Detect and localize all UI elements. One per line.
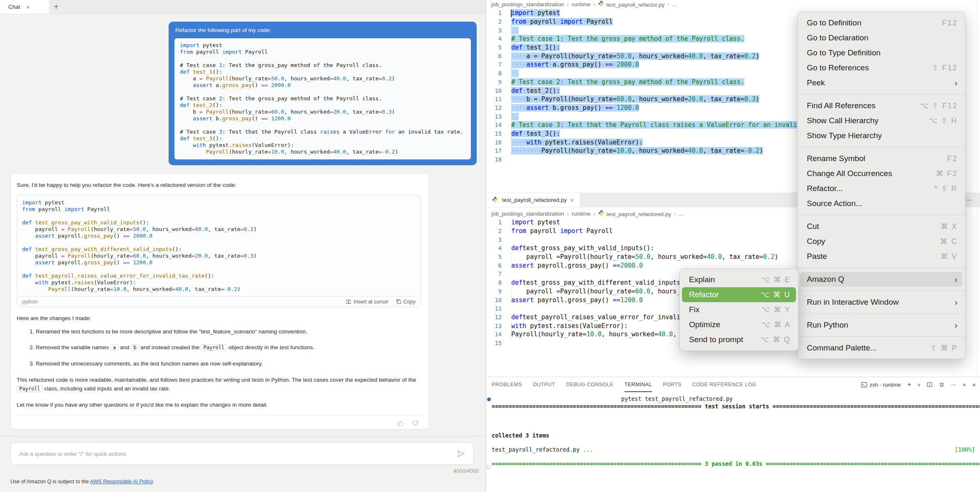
submenu-arrow-icon: ›: [955, 297, 958, 307]
menu-item-copy[interactable]: Copy⌘ C: [798, 234, 965, 249]
terminal-session-label[interactable]: zsh - runtime: [861, 382, 901, 388]
code-line: def test_payroll_raises_value_error_for_…: [22, 273, 415, 279]
submenu-item-explain[interactable]: Explain⌥ ⌘ E: [682, 272, 796, 287]
terminal-icon: [861, 382, 867, 388]
kill-terminal-icon[interactable]: [939, 382, 945, 388]
submenu-item-optimize[interactable]: Optimize⌥ ⌘ A: [682, 317, 796, 332]
launch-profile-chevron-icon[interactable]: ∨: [918, 383, 920, 387]
line-number: 5: [486, 44, 505, 51]
copy-icon: [396, 299, 401, 304]
menu-item-cut[interactable]: Cut⌘ X: [798, 219, 965, 234]
chat-tab[interactable]: Chat ×: [0, 0, 49, 14]
code-line: with pytest.raises(ValueError):: [22, 279, 415, 286]
thumbs-up-button[interactable]: [397, 420, 405, 427]
breadcrumb-item[interactable]: runtime: [572, 211, 590, 217]
menu-item-find-all-references[interactable]: Find All References⌥ ⇧ F12: [798, 98, 965, 113]
menu-item-run-python[interactable]: Run Python›: [798, 318, 965, 333]
vscode-window: Chat × + Refactor the following part of …: [0, 0, 980, 492]
code-line: a = Payroll(hourly_rate=50.0, hours_work…: [180, 75, 465, 82]
menu-item-run-in-interactive-window[interactable]: Run in Interactive Window›: [798, 295, 965, 310]
menu-item-refactor[interactable]: Refactor...^ ⇧ R: [798, 181, 965, 196]
menu-item-amazon-q[interactable]: Amazon Q›: [800, 272, 963, 287]
menu-item-go-to-references[interactable]: Go to References⇧ F12: [798, 60, 965, 75]
change-item: Removed the unnecessary comments, as the…: [36, 360, 421, 368]
terminal-session-header: ========================================…: [486, 403, 980, 410]
code-line: def test_2():: [180, 102, 465, 109]
menu-item-peek[interactable]: Peek›: [798, 75, 965, 90]
terminal-command: pytest test_payroll_refactored.py: [621, 395, 733, 402]
response-summary: This refactored code is more readable, m…: [17, 375, 421, 393]
change-item: Renamed the test functions to be more de…: [36, 328, 421, 335]
breadcrumb-item[interactable]: runtime: [572, 1, 590, 7]
breadcrumb[interactable]: job_postings_standardization›runtime›tes…: [491, 0, 677, 8]
send-icon[interactable]: [456, 449, 466, 459]
close-icon[interactable]: ×: [26, 3, 30, 10]
menu-item-go-to-definition[interactable]: Go to DefinitionF12: [798, 15, 965, 30]
change-item: Removed the variable names a and b and i…: [36, 343, 421, 352]
shell-label: zsh - runtime: [870, 382, 901, 388]
copy-button[interactable]: Copy: [396, 299, 415, 305]
panel-tab-problems[interactable]: PROBLEMS: [492, 377, 522, 392]
menu-item-go-to-type-definition[interactable]: Go to Type Definition: [798, 45, 965, 60]
line-number: 7: [486, 61, 505, 68]
responsible-ai-policy-link[interactable]: AWS Responsible AI Policy: [90, 479, 153, 485]
menu-item-go-to-declaration[interactable]: Go to Declaration: [798, 30, 965, 45]
breadcrumb-item[interactable]: job_postings_standardization: [491, 211, 564, 217]
submenu-item-send-to-prompt[interactable]: Send to prompt⌥ ⌘ Q: [682, 332, 796, 347]
panel-tab-code-reference-log[interactable]: CODE REFERENCE LOG: [692, 377, 756, 392]
more-actions-icon[interactable]: ⋯: [951, 382, 956, 388]
menu-item-paste[interactable]: Paste⌘ V: [798, 249, 965, 264]
breadcrumb-item[interactable]: ...: [672, 1, 677, 7]
line-number: 12: [486, 104, 505, 111]
inline-code: Payroll: [17, 385, 43, 392]
breadcrumb-separator-icon: ›: [567, 1, 569, 7]
terminal-progress: test_payroll_refactored.py ...: [492, 446, 593, 453]
code-line: payroll = Payroll(hourly_rate=50.0, hour…: [22, 226, 415, 233]
breadcrumb-item[interactable]: ...: [679, 211, 683, 217]
menu-item-rename-symbol[interactable]: Rename SymbolF2: [798, 151, 965, 166]
chat-input[interactable]: Ask a question or enter "/" for quick ac…: [10, 442, 474, 465]
tab-test-payroll-refactored[interactable]: test_payroll_refactored.py ×: [486, 193, 580, 207]
line-number: 8: [486, 70, 505, 77]
breadcrumb-item[interactable]: job_postings_standardization: [491, 1, 564, 7]
panel-tab-ports[interactable]: PORTS: [663, 377, 682, 392]
line-number: 17: [486, 147, 505, 154]
panel-tab-output[interactable]: OUTPUT: [533, 377, 555, 392]
maximize-panel-icon[interactable]: ∧: [963, 382, 966, 388]
code-line: [22, 266, 415, 273]
line-number: 15: [486, 130, 505, 137]
terminal-panel: PROBLEMSOUTPUTDEBUG CONSOLETERMINALPORTS…: [486, 377, 980, 492]
inline-code: Payroll: [201, 344, 227, 351]
menu-item-show-call-hierarchy[interactable]: Show Call Hierarchy⌥ ⇧ H: [798, 113, 965, 128]
new-tab-button[interactable]: +: [49, 0, 63, 14]
user-message-bubble: Refactor the following part of my code: …: [169, 22, 477, 165]
submenu-item-refactor[interactable]: Refactor⌥ ⌘ U: [682, 287, 796, 302]
close-icon[interactable]: ×: [570, 196, 574, 204]
close-panel-icon[interactable]: ×: [972, 381, 976, 388]
panel-tab-debug-console[interactable]: DEBUG CONSOLE: [566, 377, 613, 392]
user-message-title: Refactor the following part of my code:: [169, 22, 477, 37]
breadcrumb-separator-icon: ›: [567, 211, 569, 217]
more-actions-icon[interactable]: ⋯: [965, 193, 980, 207]
code-line: [22, 213, 415, 219]
line-number: 9: [486, 79, 505, 85]
menu-item-source-action[interactable]: Source Action...: [798, 196, 965, 211]
code-line: def test_1():: [180, 69, 465, 75]
command-decoration-dot[interactable]: [487, 398, 491, 401]
panel-tab-terminal[interactable]: TERMINAL: [624, 377, 652, 392]
insert-at-cursor-button[interactable]: Insert at cursor: [346, 299, 388, 305]
menu-item-show-type-hierarchy[interactable]: Show Type Hierarchy: [798, 128, 965, 143]
submenu-item-fix[interactable]: Fix⌥ ⌘ Y: [682, 302, 796, 317]
menu-item-command-palette[interactable]: Command Palette...⇧ ⌘ P: [798, 340, 965, 355]
thumbs-down-button[interactable]: [411, 420, 419, 427]
new-terminal-icon[interactable]: +: [907, 380, 911, 389]
line-number: 3: [486, 236, 505, 243]
breadcrumb-item[interactable]: test_payroll_refactor.py: [598, 0, 665, 8]
breadcrumb-item[interactable]: test_payroll_refactored.py: [598, 210, 671, 217]
split-terminal-icon[interactable]: [927, 382, 933, 388]
breadcrumb[interactable]: job_postings_standardization›runtime›tes…: [491, 210, 684, 217]
char-count: 4000/4000: [453, 468, 479, 474]
editor-scrollbar[interactable]: [977, 0, 978, 377]
code-line: assert a.gross_pay() == 2000.0: [180, 82, 465, 89]
menu-item-change-all-occurrences[interactable]: Change All Occurrences⌘ F2: [798, 166, 965, 181]
